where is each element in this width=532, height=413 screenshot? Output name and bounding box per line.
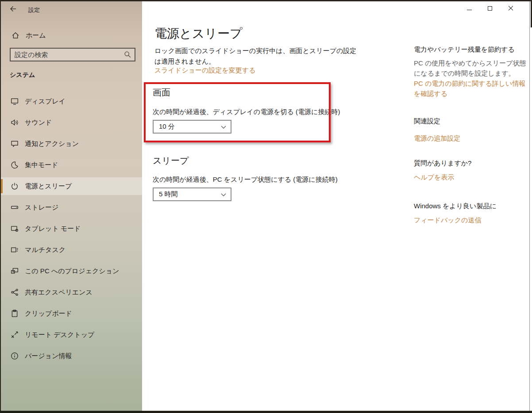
minimize-icon [467,10,472,10]
sleep-section-heading: スリープ [153,155,189,167]
sidebar-item-display[interactable]: ディスプレイ [1,92,142,110]
related-settings-heading: 関連設定 [414,117,440,126]
screen-section-heading: 画面 [153,87,170,99]
tablet-mode-icon [11,225,19,233]
sleep-timeout-select[interactable]: 5 時間 [153,187,231,201]
sidebar-item-multitasking[interactable]: マルチタスク [1,241,142,259]
close-button[interactable] [505,3,516,14]
settings-search-box [10,48,135,61]
change-slideshow-settings-link[interactable]: スライドショーの設定を変更する [154,66,256,75]
sidebar-item-sound[interactable]: サウンド [1,114,142,131]
main-content: 電源とスリープ ロック画面でのスライドショーの実行中は、画面とスリープの設定は適… [142,1,529,411]
screen-timeout-select[interactable]: 10 分 [153,120,231,134]
sidebar-item-clipboard[interactable]: クリップボード [1,305,142,322]
page-title: 電源とスリープ [154,25,243,42]
sidebar-item-projecting[interactable]: この PC へのプロジェクション [1,262,142,280]
intro-text: ロック画面でのスライドショーの実行中は、画面とスリープの設定は適用されません。 [154,46,358,67]
window-left-border [0,0,1,413]
power-saving-info-link[interactable]: PC の電力の節約に関する詳しい情報を確認する [414,78,527,99]
about-icon [11,352,19,360]
display-icon [11,97,19,105]
focus-assist-icon [11,161,19,169]
sidebar-item-storage[interactable]: ストレージ [1,199,142,216]
remote-desktop-icon [11,331,19,339]
storage-icon [11,203,19,211]
screen-timeout-value: 10 分 [159,122,221,131]
search-input[interactable] [11,49,135,61]
sidebar-item-focus-assist[interactable]: 集中モード [1,156,142,174]
minimize-button[interactable] [464,3,474,14]
send-feedback-link[interactable]: フィードバックの送信 [414,215,527,225]
close-icon [508,6,513,11]
get-help-link[interactable]: ヘルプを表示 [414,172,527,182]
home-icon [12,31,19,39]
chevron-down-icon [221,191,226,199]
sleep-timeout-label: 次の時間が経過後、PC をスリープ状態にする (電源に接続時) [153,176,338,184]
app-title: 設定 [28,6,40,14]
additional-power-settings-link[interactable]: 電源の追加設定 [414,133,527,143]
sleep-timeout-value: 5 時間 [159,190,221,199]
power-tip-body: PC の使用をやめてからスリープ状態になるまでの時間を設定します。 [414,58,527,78]
window-controls [464,3,516,14]
notifications-icon [11,140,19,148]
sidebar-item-shared-experiences[interactable]: 共有エクスペリエンス [1,283,142,301]
sidebar-item-label: ホーム [26,31,46,40]
scrollbar-track [529,1,530,411]
make-windows-better-heading: Windows をより良い製品に [414,202,497,210]
sidebar-item-remote-desktop[interactable]: リモート デスクトップ [1,326,142,344]
sidebar-item-power-sleep[interactable]: 電源とスリープ [1,177,142,195]
sidebar-item-tablet-mode[interactable]: タブレット モード [1,220,142,237]
back-arrow-icon [9,5,17,14]
power-tip-heading: 電力やバッテリー残量を節約する [414,46,515,54]
projection-icon [11,267,19,275]
window-bottom-border [0,411,532,413]
sidebar-item-notifications[interactable]: 通知とアクション [1,135,142,153]
sound-icon [11,119,19,126]
sidebar-section-title: システム [10,71,35,79]
screen-timeout-label: 次の時間が経過後、ディスプレイの電源を切る (電源に接続時) [153,108,340,116]
back-button[interactable] [7,4,19,15]
power-icon [11,182,19,190]
sidebar-item-home[interactable]: ホーム [1,28,142,43]
search-icon [124,51,131,60]
multitasking-icon [11,246,19,254]
maximize-button[interactable] [485,3,495,14]
sidebar: 設定 ホーム システム ディスプレイ サウンド 通知とアクション [1,1,142,411]
have-question-heading: 質問がありますか? [414,159,471,168]
shared-experiences-icon [11,288,19,296]
chevron-down-icon [221,123,226,131]
sidebar-item-about[interactable]: バージョン情報 [1,347,142,365]
window-top-border [0,0,532,1]
maximize-icon [488,6,492,11]
clipboard-icon [11,310,19,317]
